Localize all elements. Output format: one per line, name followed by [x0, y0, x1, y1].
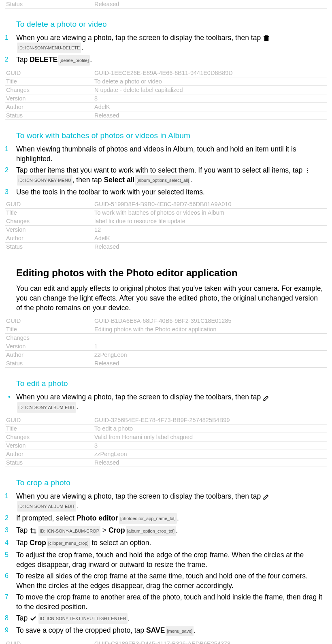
meta-key: Changes: [5, 433, 94, 441]
meta-value: [94, 334, 327, 342]
meta-key: Status: [5, 0, 94, 8]
meta-value: GUID-B1DA6E8A-68DF-40B6-9BF2-391C18E0128…: [94, 317, 327, 325]
step: Use the tools in the toolbar to work wit…: [16, 187, 324, 197]
ref: [album_options_select_all]: [135, 175, 190, 186]
meta-key: Version: [5, 226, 94, 234]
steps-batches: When viewing thumbnails of photos and vi…: [5, 144, 327, 200]
meta-key: GUID: [5, 416, 94, 424]
ref: [album_option_crop_txt]: [126, 526, 176, 536]
meta-value: zzPengLeon: [94, 351, 327, 359]
meta-value: Released: [94, 111, 327, 119]
meta-key: Version: [5, 342, 94, 350]
ref: [delete_profile]: [58, 55, 90, 66]
icon-ref: ID: ICN-SONY-MENU-DELETE: [17, 43, 81, 53]
icon-ref: ID: ICN-SONY-ALBUM-EDIT: [17, 402, 76, 413]
step-text: To save a copy of the cropped photo, tap: [16, 626, 146, 634]
meta-value: GUID-3256B4EF-EC78-4F73-BB9F-2574825B4B9…: [94, 416, 327, 424]
meta-key: Status: [5, 359, 94, 367]
icon-ref: ID: ICN-SONY-ALBUM-CROP: [38, 526, 100, 536]
crop-icon: [30, 527, 37, 535]
bullet-edit-photo: When you are viewing a photo, tap the sc…: [5, 392, 327, 416]
meta-key: Author: [5, 351, 94, 359]
step: Tap Crop[clipper_menu_crop] to select an…: [16, 538, 324, 548]
meta-value: Valid from Honami only label chagned: [94, 433, 327, 441]
svg-point-2: [307, 170, 308, 171]
meta-block-4: GUIDGUID-3256B4EF-EC78-4F73-BB9F-2574825…: [5, 416, 327, 467]
svg-rect-0: [265, 37, 268, 41]
meta-key: Title: [5, 424, 94, 433]
steps-crop: When you are viewing a photo, tap the sc…: [5, 491, 327, 640]
meta-value: Released: [94, 359, 327, 367]
check-icon: [30, 615, 37, 622]
ref: [photoeditor_app_name_txt]: [119, 513, 177, 524]
step-text-end: .: [177, 514, 179, 522]
meta-value: Released: [94, 243, 327, 251]
bullet-item: When you are viewing a photo, tap the sc…: [16, 392, 324, 412]
step-text: Tap: [16, 539, 30, 547]
ui-label-select-all: Select all: [104, 176, 134, 184]
ui-label-photo-editor: Photo editor: [77, 514, 118, 522]
step: To move the crop frame to another area o…: [16, 592, 324, 612]
step-text: , then tap: [72, 176, 104, 184]
meta-value: GUID-5199D8F4-B9B0-4E8C-89D7-56DB01A9A01…: [94, 200, 327, 208]
step: If prompted, select Photo editor[photoed…: [16, 513, 324, 524]
meta-key: GUID: [5, 317, 94, 325]
meta-block-0: Status Released: [5, 0, 327, 9]
meta-key: Status: [5, 458, 94, 467]
step: Tap DELETE[delete_profile].: [16, 55, 324, 65]
step: When viewing thumbnails of photos and vi…: [16, 144, 324, 164]
trash-icon: [263, 34, 270, 42]
meta-key: Author: [5, 103, 94, 111]
meta-key: Author: [5, 234, 94, 242]
step-text: Tap: [16, 614, 30, 622]
step-text: Tap: [16, 55, 30, 64]
step-text-end: .: [90, 55, 92, 64]
ui-label-delete: DELETE: [30, 55, 57, 64]
meta-key: GUID: [5, 640, 94, 644]
ref: [clipper_menu_crop]: [47, 538, 90, 548]
meta-value: To delete a photo or video: [94, 77, 327, 85]
meta-value: Released: [94, 458, 327, 467]
meta-value: AdelK: [94, 234, 327, 242]
meta-key: Version: [5, 94, 94, 102]
section-title-delete: To delete a photo or video: [16, 20, 327, 29]
step-text: When you are viewing a photo, tap the sc…: [16, 34, 263, 42]
step-text-end: .: [76, 502, 78, 510]
icon-ref: ID: ICN-SONY-TEXT-INPUT-LIGHT-ENTER: [38, 613, 128, 624]
svg-point-1: [307, 168, 308, 169]
step-text-end: .: [190, 176, 192, 184]
step-text: Tap other items that you want to work wi…: [16, 166, 304, 174]
step-text-end: .: [176, 526, 178, 534]
step-text: When you are viewing a photo, tap the sc…: [16, 492, 263, 500]
meta-block-3: GUIDGUID-B1DA6E8A-68DF-40B6-9BF2-391C18E…: [5, 317, 327, 368]
meta-key: Title: [5, 325, 94, 333]
icon-ref: ID: ICN-SONY-ALBUM-EDIT: [17, 501, 76, 512]
edit-icon: [263, 493, 270, 500]
meta-value: 8: [94, 94, 327, 102]
meta-key: Status: [5, 243, 94, 251]
step: To adjust the crop frame, touch and hold…: [16, 550, 324, 569]
meta-value: zzPengLeon: [94, 450, 327, 458]
step-text-end: .: [81, 43, 83, 51]
ui-label-crop2: Crop: [30, 539, 46, 547]
meta-key: Author: [5, 450, 94, 458]
menu-icon: [304, 167, 312, 174]
meta-value: Editing photos with the Photo editor app…: [94, 325, 327, 333]
meta-key: Changes: [5, 86, 94, 94]
section-title-edit: To edit a photo: [16, 379, 327, 388]
meta-block-5: GUIDGUID-C8189FB3-D445-4117-B326-AEDB6E2…: [5, 640, 327, 644]
meta-key: Changes: [5, 334, 94, 342]
meta-value: 3: [94, 441, 327, 450]
step-text: >: [100, 526, 109, 534]
meta-block-2: GUIDGUID-5199D8F4-B9B0-4E8C-89D7-56DB01A…: [5, 200, 327, 251]
icon-ref: ID: ICN-SONY-KEY-MENU: [17, 175, 72, 186]
step-text: When you are viewing a photo, tap the sc…: [16, 393, 263, 401]
meta-value: 1: [94, 342, 327, 350]
svg-point-3: [307, 172, 308, 173]
meta-value: To work with batches of photos or videos…: [94, 209, 327, 217]
section-title-crop: To crop a photo: [16, 478, 327, 487]
meta-key: GUID: [5, 69, 94, 77]
meta-value: N update - delete label capitalized: [94, 86, 327, 94]
meta-value: label fix due to resource file update: [94, 217, 327, 225]
edit-icon: [263, 394, 270, 401]
